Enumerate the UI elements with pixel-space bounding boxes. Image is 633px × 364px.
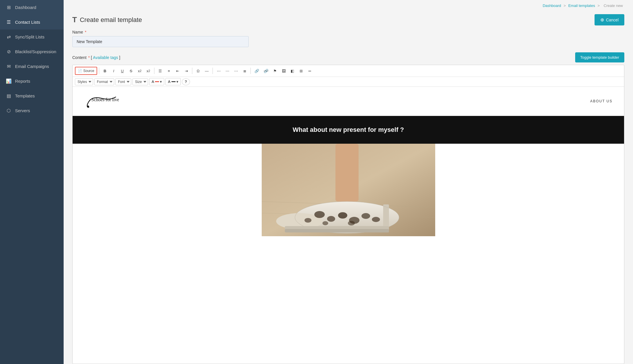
bg-color-dropdown: ▾ (176, 80, 178, 84)
svg-rect-4 (335, 144, 359, 202)
table-button[interactable]: ⊞ (297, 67, 305, 75)
svg-text:Schoes for live: Schoes for live (91, 97, 119, 102)
sidebar-label-sync-split: Sync/Split Lists (15, 34, 45, 39)
justify-button[interactable]: ≣ (241, 67, 249, 75)
name-input[interactable] (72, 36, 249, 47)
toolbar-row1: 📄 Source B I U S x2 x2 ☰ ≡ ⇤ ⇥ Ω ― ⋯ (73, 65, 624, 77)
bg-color-icon: A (168, 80, 170, 84)
breadcrumb: Dashboard > Email templates > Create new (64, 0, 633, 11)
sidebar-label-dashboard: Dashboard (15, 5, 36, 10)
cancel-label: Cancel (606, 18, 619, 22)
bold-button[interactable]: B (101, 67, 109, 75)
underline-button[interactable]: U (118, 67, 126, 75)
breadcrumb-current: Create new (604, 3, 623, 8)
align-left-button[interactable]: ⋯ (215, 67, 223, 75)
cancel-icon: ⊕ (600, 17, 604, 23)
bg-color-button[interactable]: A ▾ (165, 78, 180, 85)
toggle-builder-button[interactable]: Toggle template builder (575, 52, 624, 62)
superscript-button[interactable]: x2 (144, 67, 152, 75)
align-right-button[interactable]: ⋯ (232, 67, 240, 75)
svg-rect-19 (285, 229, 389, 232)
align-center-button[interactable]: ⋯ (223, 67, 231, 75)
template-logo: Schoes for live (84, 93, 119, 110)
breadcrumb-dashboard[interactable]: Dashboard (543, 3, 561, 8)
sidebar: ⊞ Dashboard ☰ Contact Lists ⇄ Sync/Split… (0, 0, 64, 364)
source-button[interactable]: 📄 Source (75, 67, 97, 75)
sidebar-label-servers: Servers (15, 108, 30, 113)
template-preview: Schoes for live ABOUT US What about new … (73, 87, 624, 236)
sidebar-item-dashboard[interactable]: ⊞ Dashboard (0, 0, 64, 15)
svg-point-12 (361, 213, 370, 219)
font-select[interactable]: Font (115, 78, 131, 85)
sidebar-item-email-campaigns[interactable]: ✉ Email Campaigns (0, 59, 64, 74)
toolbar-separator-2 (154, 68, 154, 74)
italic-button[interactable]: I (110, 67, 118, 75)
horizontal-line-button[interactable]: ― (203, 67, 211, 75)
subscript-button[interactable]: x2 (136, 67, 144, 75)
svg-point-10 (338, 212, 347, 219)
breadcrumb-sep2: > (597, 3, 601, 8)
unordered-list-button[interactable]: ≡ (165, 67, 173, 75)
sidebar-item-templates[interactable]: ▤ Templates (0, 88, 64, 103)
template-nav: ABOUT US (590, 99, 612, 103)
link-button[interactable]: 🔗 (252, 67, 261, 75)
sidebar-label-reports: Reports (15, 79, 30, 84)
page-header: T Create email template ⊕ Cancel (64, 11, 633, 30)
reports-icon: 📊 (6, 78, 12, 84)
unlink-button[interactable]: 🔗 (262, 67, 270, 75)
sidebar-label-contact-lists: Contact Lists (15, 20, 40, 25)
sidebar-item-blacklist[interactable]: ⊘ Blacklist/Suppression (0, 44, 64, 59)
font-color-icon: A (152, 80, 154, 84)
sidebar-item-sync-split[interactable]: ⇄ Sync/Split Lists (0, 29, 64, 44)
svg-point-9 (327, 216, 335, 222)
svg-point-14 (304, 218, 311, 223)
sidebar-item-contact-lists[interactable]: ☰ Contact Lists (0, 15, 64, 29)
editor-container: 📄 Source B I U S x2 x2 ☰ ≡ ⇤ ⇥ Ω ― ⋯ (72, 65, 624, 364)
servers-icon: ⬡ (6, 108, 12, 113)
block-button[interactable]: ◧ (288, 67, 296, 75)
templates-icon: ▤ (6, 93, 12, 99)
template-banner: What about new present for myself ? (73, 116, 624, 144)
font-color-button[interactable]: A ▾ (149, 78, 164, 85)
name-field-label: Name * (72, 30, 624, 34)
help-button[interactable]: ? (182, 78, 190, 85)
main-content: Dashboard > Email templates > Create new… (64, 0, 633, 364)
sidebar-label-blacklist: Blacklist/Suppression (15, 49, 56, 54)
page-title-text: Create email template (80, 16, 142, 24)
sidebar-item-reports[interactable]: 📊 Reports (0, 74, 64, 88)
editor-content[interactable]: Schoes for live ABOUT US What about new … (73, 87, 624, 364)
available-tags-link[interactable]: Available tags (93, 55, 118, 60)
cancel-button[interactable]: ⊕ Cancel (595, 14, 624, 25)
title-icon: T (72, 15, 77, 24)
template-shoe-area (73, 144, 624, 236)
form-area: Name * Content * [ Available tags ] Togg… (64, 30, 633, 364)
styles-select[interactable]: Styles (75, 78, 93, 85)
ordered-list-button[interactable]: ☰ (156, 67, 164, 75)
svg-point-15 (322, 221, 328, 225)
toolbar-separator-1 (99, 68, 99, 74)
page-title: T Create email template (72, 15, 142, 24)
breadcrumb-email-templates[interactable]: Email templates (568, 3, 595, 8)
logo-svg: Schoes for live (84, 93, 119, 110)
strikethrough-button[interactable]: S (127, 67, 135, 75)
image-button[interactable]: 🖼 (280, 67, 288, 75)
name-required-marker: * (85, 30, 86, 34)
bg-color-bar (171, 81, 176, 82)
size-select[interactable]: Size (132, 78, 148, 85)
email-icon: ✉ (6, 64, 12, 69)
toolbar-separator-5 (250, 68, 251, 74)
sidebar-item-servers[interactable]: ⬡ Servers (0, 103, 64, 118)
svg-point-13 (372, 217, 380, 222)
outdent-button[interactable]: ⇤ (174, 67, 182, 75)
template-header: Schoes for live ABOUT US (73, 87, 624, 116)
indent-button[interactable]: ⇥ (182, 67, 190, 75)
anchor-button[interactable]: ⚑ (271, 67, 279, 75)
format-select[interactable]: Format (94, 78, 114, 85)
svg-point-16 (348, 221, 355, 226)
special-chars-button[interactable]: Ω (194, 67, 202, 75)
content-required-marker: * (88, 55, 90, 60)
dashboard-icon: ⊞ (6, 5, 12, 10)
hr-button[interactable]: ═ (306, 67, 314, 75)
toolbar-row2: Styles Format Font Size A ▾ A (73, 77, 624, 87)
content-label: Content * [ Available tags ] (72, 55, 120, 60)
